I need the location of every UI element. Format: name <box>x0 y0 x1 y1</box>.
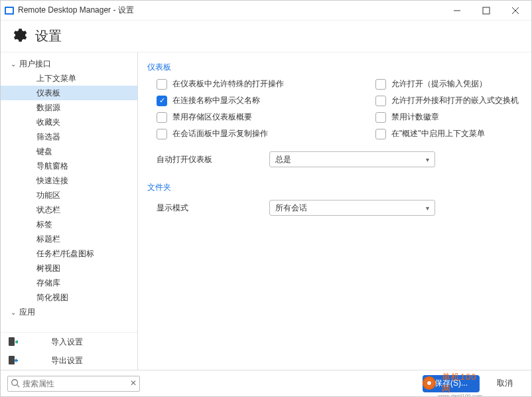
checkbox-label: 在连接名称中显示父名称 <box>172 95 260 106</box>
maximize-button[interactable] <box>472 1 501 21</box>
tree-item[interactable]: 简化视图 <box>1 290 137 305</box>
tree-item-label: 仪表板 <box>35 88 60 99</box>
checkbox-row: 在会话面板中显示复制操作 <box>157 128 375 139</box>
tree-item[interactable]: 键盘 <box>1 144 137 159</box>
checkbox[interactable] <box>375 129 386 139</box>
search-input[interactable] <box>7 376 140 392</box>
tree-item-label: 收藏夹 <box>35 117 60 128</box>
tree-item[interactable]: 任务栏/托盘图标 <box>1 246 137 261</box>
checkbox-row: 允许打开外接和打开的嵌入式交换机 <box>375 95 522 106</box>
body: ⌄用户接口上下文菜单仪表板数据源收藏夹筛选器键盘导航窗格快速连接功能区状态栏标签… <box>1 52 531 370</box>
clear-search-icon[interactable]: ✕ <box>130 378 137 388</box>
tree-item[interactable]: 上下文菜单 <box>1 71 137 86</box>
auto-open-label: 自动打开仪表板 <box>157 154 269 165</box>
checkbox[interactable] <box>375 96 386 106</box>
tree-item-label: 简化视图 <box>35 292 68 303</box>
window-title: Remote Desktop Manager - 设置 <box>18 5 442 16</box>
import-settings-button[interactable]: 导入设置 <box>1 333 137 351</box>
svg-rect-1 <box>9 337 15 346</box>
tree-item[interactable]: 快速连接 <box>1 173 137 188</box>
section-folder-title: 文件夹 <box>147 182 522 193</box>
checkbox[interactable] <box>157 112 167 123</box>
tree-group[interactable]: ⌄用户接口 <box>1 56 137 71</box>
svg-rect-2 <box>9 356 15 364</box>
checkbox[interactable] <box>375 79 386 90</box>
display-mode-select[interactable]: 所有会话 ▾ <box>269 200 435 216</box>
tree-item[interactable]: 导航窗格 <box>1 159 137 173</box>
search-wrap: ✕ <box>7 376 140 392</box>
display-mode-value: 所有会话 <box>275 202 307 214</box>
tree-item-label: 键盘 <box>35 146 52 157</box>
search-icon <box>11 378 20 390</box>
tree-item-label: 应用 <box>18 307 35 318</box>
tree-item-label: 存储库 <box>35 278 60 289</box>
minimize-button[interactable] <box>442 1 472 21</box>
content-panel: 仪表板 在仪表板中允许特殊的打开操作允许打开（提示输入凭据）✓在连接名称中显示父… <box>138 52 531 370</box>
checkbox-row: 在"概述"中启用上下文菜单 <box>375 128 522 139</box>
tree-item[interactable]: 收藏夹 <box>1 115 137 129</box>
chevron-down-icon: ▾ <box>426 156 429 163</box>
export-label: 导出设置 <box>51 355 83 366</box>
tree-item-label: 功能区 <box>35 190 60 201</box>
title-bar: Remote Desktop Manager - 设置 <box>1 1 531 21</box>
tree-item-label: 用户接口 <box>18 58 51 70</box>
tree-item-label: 标签 <box>35 219 52 230</box>
checkbox-row: 禁用计数徽章 <box>375 112 522 123</box>
export-settings-button[interactable]: 导出设置 <box>1 351 137 370</box>
tree-item-label: 导航窗格 <box>35 161 68 172</box>
checkbox[interactable]: ✓ <box>157 96 167 106</box>
nav-tree: ⌄用户接口上下文菜单仪表板数据源收藏夹筛选器键盘导航窗格快速连接功能区状态栏标签… <box>1 52 137 332</box>
tree-item-label: 数据源 <box>35 102 60 114</box>
tree-item-label: 快速连接 <box>35 175 68 187</box>
checkbox-grid: 在仪表板中允许特殊的打开操作允许打开（提示输入凭据）✓在连接名称中显示父名称允许… <box>157 78 522 139</box>
tree-item-label: 状态栏 <box>35 204 60 216</box>
footer: ✕ 保存(S)... 单机100网 www.danji100.com 取消 <box>1 370 531 396</box>
page-title: 设置 <box>35 27 62 45</box>
checkbox-row: 在仪表板中允许特殊的打开操作 <box>157 78 375 90</box>
checkbox[interactable] <box>157 129 167 139</box>
page-header: 设置 <box>1 21 531 52</box>
chevron-down-icon: ▾ <box>426 204 429 212</box>
tree-item[interactable]: 筛选器 <box>1 129 137 144</box>
auto-open-row: 自动打开仪表板 总是 ▾ <box>157 151 522 167</box>
checkbox-row: ✓在连接名称中显示父名称 <box>157 95 375 106</box>
svg-rect-0 <box>483 7 490 14</box>
tree-item-label: 上下文菜单 <box>35 73 76 84</box>
checkbox-label: 在仪表板中允许特殊的打开操作 <box>172 78 284 90</box>
gear-icon <box>10 27 27 46</box>
checkbox-label: 允许打开（提示输入凭据） <box>391 78 487 90</box>
save-label: 保存(S)... <box>434 378 468 389</box>
tree-item-label: 任务栏/托盘图标 <box>35 248 94 260</box>
checkbox[interactable] <box>157 79 167 90</box>
checkbox-row: 允许打开（提示输入凭据） <box>375 78 522 90</box>
display-mode-row: 显示模式 所有会话 ▾ <box>157 200 522 216</box>
tree-item[interactable]: 状态栏 <box>1 202 137 217</box>
tree-group[interactable]: ⌄应用 <box>1 305 137 319</box>
tree-item-label: 树视图 <box>35 263 60 274</box>
export-icon <box>7 355 18 366</box>
svg-point-3 <box>12 379 18 385</box>
checkbox-label: 允许打开外接和打开的嵌入式交换机 <box>391 95 519 106</box>
checkbox-row: 禁用存储区仪表板概要 <box>157 112 375 123</box>
auto-open-select[interactable]: 总是 ▾ <box>269 151 435 167</box>
tree-item[interactable]: 数据源 <box>1 100 137 115</box>
tree-item[interactable]: 存储库 <box>1 276 137 290</box>
tree-item[interactable]: 树视图 <box>1 261 137 276</box>
checkbox-label: 在会话面板中显示复制操作 <box>172 128 268 139</box>
import-icon <box>7 337 18 347</box>
checkbox-label: 禁用计数徽章 <box>391 112 439 123</box>
tree-item[interactable]: 仪表板 <box>1 86 137 100</box>
tree-item[interactable]: 标签 <box>1 217 137 232</box>
cancel-button[interactable]: 取消 <box>485 375 525 392</box>
app-icon <box>5 7 14 15</box>
tree-item[interactable]: 功能区 <box>1 188 137 202</box>
auto-open-value: 总是 <box>275 154 291 165</box>
close-button[interactable] <box>501 1 530 21</box>
sidebar-actions: 导入设置 导出设置 <box>1 332 137 370</box>
tree-item-label: 筛选器 <box>35 131 60 143</box>
save-button[interactable]: 保存(S)... <box>423 375 480 392</box>
tree-item[interactable]: 标题栏 <box>1 232 137 246</box>
chevron-down-icon: ⌄ <box>9 309 18 316</box>
checkbox[interactable] <box>375 112 386 123</box>
checkbox-label: 禁用存储区仪表板概要 <box>172 112 252 123</box>
